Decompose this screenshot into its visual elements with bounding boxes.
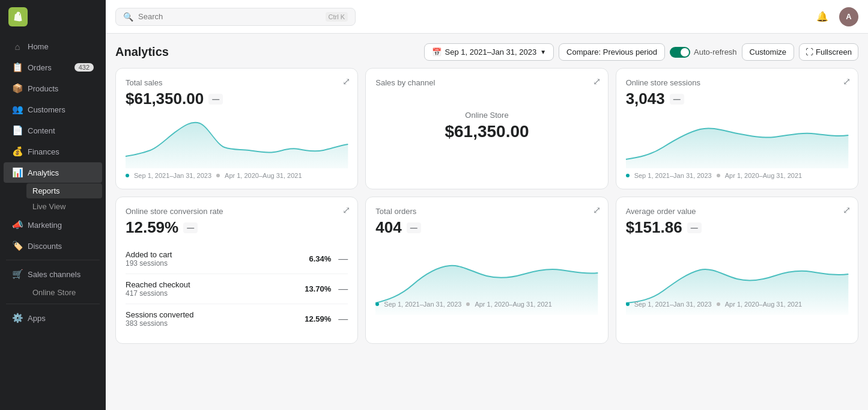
notification-button[interactable]: 🔔 bbox=[813, 7, 832, 26]
sidebar-discounts-label: Discounts bbox=[28, 242, 62, 251]
total-sales-chart-footer: Sep 1, 2021–Jan 31, 2023 Apr 1, 2020–Aug… bbox=[126, 172, 348, 179]
sessions-compare-dot bbox=[717, 174, 720, 177]
orders-compare-label: Apr 1, 2020–Aug 31, 2021 bbox=[475, 301, 551, 308]
channel-center: Online Store $61,350.00 bbox=[375, 90, 598, 162]
sidebar-item-orders[interactable]: 📋 Orders 432 bbox=[4, 57, 102, 78]
sidebar-divider-2 bbox=[6, 304, 100, 304]
total-orders-value: 404 — bbox=[375, 218, 598, 237]
sidebar-marketing-label: Marketing bbox=[28, 221, 62, 230]
avg-order-value: $151.86 — bbox=[626, 218, 848, 237]
sidebar-products-label: Products bbox=[28, 84, 58, 93]
conversion-rows: Added to cart 193 sessions 6.34% — Reach… bbox=[126, 244, 348, 334]
customize-label: Customize bbox=[750, 47, 786, 57]
sidebar-subitem-online-store[interactable]: Online Store bbox=[26, 285, 102, 300]
expand-orders-icon[interactable]: ⤢ bbox=[593, 204, 601, 216]
sidebar-item-customers[interactable]: 👥 Customers bbox=[4, 99, 102, 120]
expand-sessions-icon[interactable]: ⤢ bbox=[843, 76, 851, 87]
sessions-trend: — bbox=[670, 94, 684, 105]
sidebar-analytics-submenu: Reports Live View bbox=[0, 183, 106, 214]
sidebar-orders-label: Orders bbox=[28, 63, 52, 72]
sidebar-item-sales-channels[interactable]: 🛒 Sales channels bbox=[4, 264, 102, 284]
topbar-right: 🔔 A bbox=[813, 7, 858, 26]
date-range-button[interactable]: 📅 Sep 1, 2021–Jan 31, 2023 ▼ bbox=[424, 43, 554, 61]
total-sales-chart bbox=[126, 114, 348, 168]
dashboard-grid-row2: Online store conversion rate 12.59% — ⤢ … bbox=[115, 197, 858, 344]
sidebar-live-view-label: Live View bbox=[32, 202, 65, 211]
sidebar-item-finances[interactable]: 💰 Finances bbox=[4, 141, 102, 162]
sidebar-nav: ⌂ Home 📋 Orders 432 📦 Products 👥 Custome… bbox=[0, 34, 106, 331]
search-box[interactable]: 🔍 Ctrl K bbox=[115, 8, 356, 26]
sessions-compare-label: Apr 1, 2020–Aug 31, 2021 bbox=[725, 172, 802, 179]
conv-checkout-left: Reached checkout 417 sessions bbox=[126, 280, 190, 298]
avg-current-dot bbox=[626, 302, 630, 306]
content-icon: 📄 bbox=[12, 125, 23, 136]
auto-refresh-toggle[interactable] bbox=[670, 47, 690, 58]
fullscreen-label: Fullscreen bbox=[816, 47, 852, 57]
page-content: Analytics 📅 Sep 1, 2021–Jan 31, 2023 ▼ C… bbox=[106, 34, 868, 410]
total-orders-title: Total orders bbox=[375, 207, 598, 216]
online-store-sessions-title: Online store sessions bbox=[626, 78, 848, 87]
compare-period-label: Apr 1, 2020–Aug 31, 2021 bbox=[225, 172, 302, 179]
conv-converted-trend: — bbox=[338, 314, 348, 325]
sidebar-content-label: Content bbox=[28, 126, 55, 135]
page-header: Analytics 📅 Sep 1, 2021–Jan 31, 2023 ▼ C… bbox=[115, 43, 858, 61]
sidebar-item-marketing[interactable]: 📣 Marketing bbox=[4, 215, 102, 235]
fullscreen-button[interactable]: ⛶ Fullscreen bbox=[799, 43, 858, 61]
sessions-current-label: Sep 1, 2021–Jan 31, 2023 bbox=[634, 172, 712, 179]
customize-button[interactable]: Customize bbox=[742, 43, 794, 61]
sidebar-item-discounts[interactable]: 🏷️ Discounts bbox=[4, 236, 102, 256]
compare-button[interactable]: Compare: Previous period bbox=[559, 43, 665, 61]
sidebar-customers-label: Customers bbox=[28, 105, 65, 114]
conv-cart-sub: 193 sessions bbox=[126, 259, 172, 268]
orders-badge: 432 bbox=[74, 63, 94, 72]
total-sales-title: Total sales bbox=[126, 78, 348, 87]
sidebar-reports-label: Reports bbox=[32, 186, 60, 195]
average-order-value-card: Average order value $151.86 — ⤢ bbox=[616, 197, 858, 344]
conv-converted-pct: 12.59% bbox=[305, 314, 331, 323]
auto-refresh-area: Auto-refresh bbox=[670, 47, 737, 58]
date-range-label: Sep 1, 2021–Jan 31, 2023 bbox=[445, 47, 537, 57]
expand-sales-channel-icon[interactable]: ⤢ bbox=[593, 76, 601, 87]
sidebar-item-analytics[interactable]: 📊 Analytics bbox=[4, 162, 102, 183]
sidebar-logo[interactable] bbox=[0, 0, 106, 34]
sidebar-item-products[interactable]: 📦 Products bbox=[4, 78, 102, 99]
sessions-chart-footer: Sep 1, 2021–Jan 31, 2023 Apr 1, 2020–Aug… bbox=[626, 172, 848, 179]
sidebar-sales-channels-submenu: Online Store bbox=[0, 285, 106, 300]
compare-period-dot bbox=[216, 174, 220, 177]
avg-compare-dot bbox=[717, 302, 720, 306]
conv-row-checkout: Reached checkout 417 sessions 13.70% — bbox=[126, 274, 348, 304]
apps-icon: ⚙️ bbox=[12, 313, 23, 323]
sales-by-channel-title: Sales by channel bbox=[375, 78, 598, 87]
page-title: Analytics bbox=[115, 45, 169, 59]
home-icon: ⌂ bbox=[12, 41, 23, 52]
conv-row-converted: Sessions converted 383 sessions 12.59% — bbox=[126, 304, 348, 334]
shopify-logo-icon bbox=[8, 7, 28, 26]
channel-store-label: Online Store bbox=[465, 111, 508, 120]
sidebar-item-content[interactable]: 📄 Content bbox=[4, 120, 102, 141]
sidebar-subitem-reports[interactable]: Reports bbox=[26, 183, 102, 198]
orders-icon: 📋 bbox=[12, 62, 23, 73]
sidebar-subitem-live-view[interactable]: Live View bbox=[26, 199, 102, 214]
notification-icon: 🔔 bbox=[816, 11, 828, 22]
total-sales-trend: — bbox=[208, 94, 223, 105]
sessions-current-dot bbox=[626, 174, 630, 177]
expand-conversion-icon[interactable]: ⤢ bbox=[342, 204, 350, 216]
avg-compare-label: Apr 1, 2020–Aug 31, 2021 bbox=[725, 301, 802, 308]
online-store-sessions-value: 3,043 — bbox=[626, 90, 848, 108]
expand-total-sales-icon[interactable]: ⤢ bbox=[342, 76, 350, 87]
calendar-icon: 📅 bbox=[432, 47, 442, 57]
sidebar-apps-label: Apps bbox=[28, 314, 46, 323]
analytics-icon: 📊 bbox=[12, 167, 23, 178]
conv-converted-right: 12.59% — bbox=[305, 314, 348, 325]
sidebar-item-apps[interactable]: ⚙️ Apps bbox=[4, 308, 102, 328]
page-header-actions: 📅 Sep 1, 2021–Jan 31, 2023 ▼ Compare: Pr… bbox=[424, 43, 858, 61]
conv-converted-left: Sessions converted 383 sessions bbox=[126, 310, 193, 328]
conversion-rate-card: Online store conversion rate 12.59% — ⤢ … bbox=[115, 197, 358, 344]
sidebar-item-home[interactable]: ⌂ Home bbox=[4, 37, 102, 57]
conv-cart-trend: — bbox=[338, 254, 348, 265]
avatar[interactable]: A bbox=[839, 7, 858, 26]
expand-avg-order-icon[interactable]: ⤢ bbox=[843, 204, 851, 216]
conv-checkout-sub: 417 sessions bbox=[126, 289, 190, 298]
search-input[interactable] bbox=[138, 12, 321, 21]
search-icon: 🔍 bbox=[123, 12, 133, 22]
